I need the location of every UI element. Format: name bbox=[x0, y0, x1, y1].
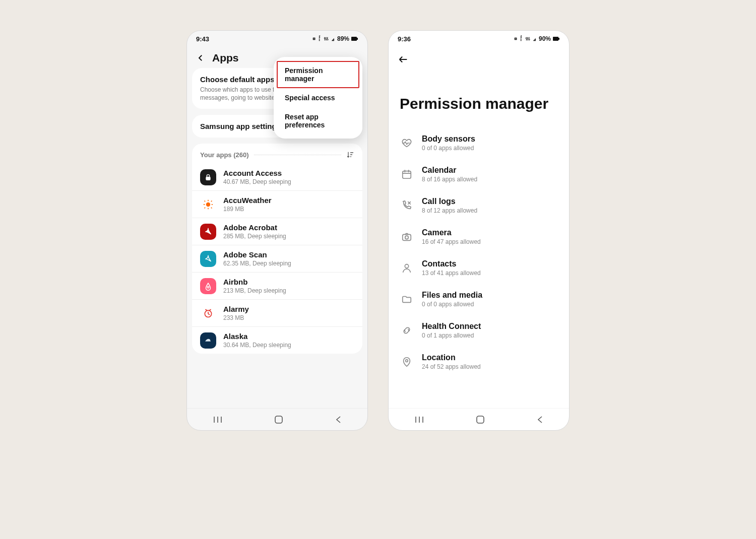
battery-text: 90% bbox=[539, 35, 551, 42]
permission-row[interactable]: Calendar8 of 16 apps allowed bbox=[389, 159, 569, 190]
app-text: Adobe Acrobat285 MB, Deep sleeping bbox=[223, 223, 354, 240]
menu-item-special-access[interactable]: Special access bbox=[277, 88, 359, 107]
nav-bar bbox=[187, 408, 367, 430]
phone-icon bbox=[401, 199, 413, 212]
permission-meta: 16 of 47 apps allowed bbox=[422, 238, 557, 245]
app-row[interactable]: Alaska30.64 MB, Deep sleeping bbox=[192, 326, 362, 354]
svg-rect-2 bbox=[206, 177, 210, 180]
permission-row[interactable]: Contacts13 of 41 apps allowed bbox=[389, 252, 569, 284]
svg-rect-1 bbox=[357, 38, 358, 40]
svg-rect-21 bbox=[403, 171, 411, 179]
permission-meta: 24 of 52 apps allowed bbox=[422, 363, 557, 370]
app-row[interactable]: AccuWeather189 MB bbox=[192, 190, 362, 218]
app-row[interactable]: Account Access40.67 MB, Deep sleeping bbox=[192, 164, 362, 190]
app-text: Alaska30.64 MB, Deep sleeping bbox=[223, 332, 354, 349]
app-text: Airbnb213 MB, Deep sleeping bbox=[223, 278, 354, 294]
app-icon bbox=[200, 251, 216, 267]
svg-rect-20 bbox=[558, 38, 559, 40]
permission-row[interactable]: Call logs8 of 12 apps allowed bbox=[389, 190, 569, 221]
permission-row[interactable]: Files and media0 of 0 apps allowed bbox=[389, 284, 569, 315]
status-indicators: ◫ ⋮᷾ ᯾ ⊿ 90% bbox=[514, 35, 560, 42]
svg-rect-18 bbox=[275, 416, 282, 423]
app-name: Account Access bbox=[223, 169, 354, 177]
permission-meta: 8 of 12 apps allowed bbox=[422, 207, 557, 214]
app-text: AccuWeather189 MB bbox=[223, 196, 354, 213]
app-text: Alarmy233 MB bbox=[223, 305, 354, 321]
svg-point-23 bbox=[405, 236, 408, 239]
permission-name: Health Connect bbox=[422, 322, 557, 331]
app-meta: 233 MB bbox=[223, 314, 354, 321]
svg-line-9 bbox=[211, 208, 212, 209]
app-meta: 285 MB, Deep sleeping bbox=[223, 233, 354, 240]
app-icon bbox=[200, 305, 216, 321]
divider-dotted bbox=[254, 155, 341, 155]
permission-meta: 0 of 1 apps allowed bbox=[422, 332, 557, 339]
battery-icon bbox=[351, 36, 358, 41]
back-icon[interactable] bbox=[196, 53, 205, 62]
overflow-menu: Permission manager Special access Reset … bbox=[274, 57, 362, 139]
home-button[interactable] bbox=[274, 415, 283, 424]
svg-point-12 bbox=[207, 286, 209, 288]
app-name: Adobe Scan bbox=[223, 250, 354, 259]
menu-item-permission-manager[interactable]: Permission manager bbox=[277, 61, 359, 88]
permission-row[interactable]: Camera16 of 47 apps allowed bbox=[389, 221, 569, 252]
app-meta: 189 MB bbox=[223, 206, 354, 213]
app-row[interactable]: Alarmy233 MB bbox=[192, 299, 362, 326]
link-icon bbox=[401, 324, 413, 336]
person-icon bbox=[401, 262, 413, 274]
camera-icon bbox=[401, 231, 413, 243]
svg-rect-29 bbox=[477, 416, 484, 423]
app-name: Adobe Acrobat bbox=[223, 223, 354, 232]
permission-text: Calendar8 of 16 apps allowed bbox=[422, 166, 557, 183]
back-button[interactable] bbox=[536, 416, 543, 424]
permission-row[interactable]: Location24 of 52 apps allowed bbox=[389, 346, 569, 377]
calendar-icon bbox=[401, 168, 413, 180]
nav-bar bbox=[389, 408, 569, 430]
recents-button[interactable] bbox=[414, 416, 424, 424]
list-header: Your apps (260) bbox=[192, 151, 362, 164]
status-indicators: ◫ ⋮᷾ ᯾ ⊿ 89% bbox=[312, 35, 358, 42]
app-meta: 40.67 MB, Deep sleeping bbox=[223, 178, 354, 185]
permission-text: Camera16 of 47 apps allowed bbox=[422, 228, 557, 245]
permission-text: Contacts13 of 41 apps allowed bbox=[422, 259, 557, 277]
svg-point-24 bbox=[405, 264, 408, 268]
permission-row[interactable]: Body sensors0 of 0 apps allowed bbox=[389, 127, 569, 159]
header bbox=[389, 47, 569, 65]
svg-point-25 bbox=[406, 360, 408, 362]
permission-text: Location24 of 52 apps allowed bbox=[422, 353, 557, 370]
app-row[interactable]: Airbnb213 MB, Deep sleeping bbox=[192, 272, 362, 299]
app-icon bbox=[200, 332, 216, 349]
svg-rect-0 bbox=[351, 37, 357, 41]
app-name: Alaska bbox=[223, 332, 354, 341]
permission-meta: 0 of 0 apps allowed bbox=[422, 145, 557, 152]
svg-line-11 bbox=[205, 208, 206, 209]
recents-button[interactable] bbox=[213, 416, 223, 424]
back-icon[interactable] bbox=[398, 54, 409, 65]
permission-name: Files and media bbox=[422, 291, 557, 300]
home-button[interactable] bbox=[476, 415, 485, 424]
folder-icon bbox=[401, 293, 413, 305]
permission-name: Camera bbox=[422, 228, 557, 237]
app-icon bbox=[200, 169, 216, 185]
app-meta: 30.64 MB, Deep sleeping bbox=[223, 342, 354, 349]
page-title: Permission manager bbox=[389, 65, 569, 127]
sort-icon[interactable] bbox=[346, 151, 354, 159]
phone-apps-screen: 9:43 ◫ ⋮᷾ ᯾ ⊿ 89% Apps Choose default ap… bbox=[186, 30, 368, 431]
permission-name: Calendar bbox=[422, 166, 557, 175]
permission-text: Call logs8 of 12 apps allowed bbox=[422, 197, 557, 214]
back-button[interactable] bbox=[335, 416, 342, 424]
battery-icon bbox=[553, 36, 560, 41]
menu-item-reset-prefs[interactable]: Reset app preferences bbox=[277, 107, 359, 134]
permission-text: Health Connect0 of 1 apps allowed bbox=[422, 322, 557, 339]
status-icons: ◫ ⋮᷾ ᯾ ⊿ bbox=[514, 36, 537, 42]
permission-meta: 8 of 16 apps allowed bbox=[422, 176, 557, 183]
heart-icon bbox=[401, 137, 413, 149]
svg-rect-22 bbox=[403, 234, 411, 240]
app-text: Adobe Scan62.35 MB, Deep sleeping bbox=[223, 250, 354, 267]
app-row[interactable]: Adobe Acrobat285 MB, Deep sleeping bbox=[192, 218, 362, 245]
app-row[interactable]: Adobe Scan62.35 MB, Deep sleeping bbox=[192, 245, 362, 272]
permission-name: Contacts bbox=[422, 259, 557, 268]
permission-row[interactable]: Health Connect0 of 1 apps allowed bbox=[389, 315, 569, 346]
app-icon bbox=[200, 224, 216, 240]
app-text: Account Access40.67 MB, Deep sleeping bbox=[223, 169, 354, 185]
